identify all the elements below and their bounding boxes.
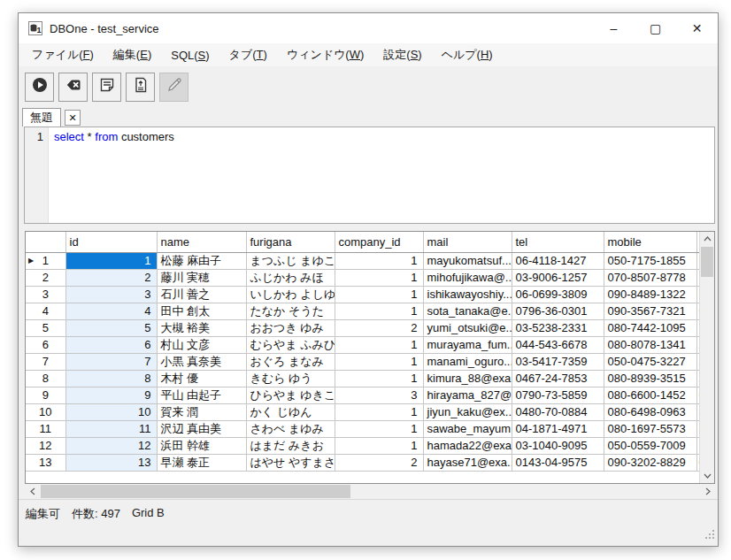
grid-cell[interactable]: 04-1871-4971 (512, 420, 604, 437)
run-button[interactable] (25, 73, 54, 102)
header-cell-furigana[interactable]: furigana (246, 232, 335, 252)
grid-cell[interactable]: 03-5417-7359 (512, 353, 604, 370)
grid-cell[interactable]: 沢辺 真由美 (157, 420, 246, 437)
grid-cell[interactable]: 小黒 真奈美 (157, 353, 246, 370)
grid-cell[interactable]: 大槻 裕美 (157, 319, 246, 336)
grid-cell[interactable]: 03-9006-1257 (512, 269, 604, 286)
grid-cell[interactable]: sota_tanaka@e... (423, 303, 512, 319)
row-header[interactable]: 4 (26, 303, 65, 319)
grid-cell[interactable]: 080-8939-3515 (604, 370, 696, 387)
grid-cell[interactable]: いしかわ よしゆき (246, 286, 335, 303)
grid-cell[interactable]: 田中 創太 (157, 303, 246, 319)
menu-item-4[interactable]: ウィンドウ(W) (277, 43, 373, 66)
note-button[interactable] (92, 73, 121, 102)
grid-cell[interactable]: ひらやま ゆきこ (246, 387, 335, 403)
close-button[interactable]: ✕ (676, 13, 718, 43)
grid-cell[interactable]: 03-5238-2331 (512, 319, 604, 336)
grid-cell[interactable]: 11 (65, 420, 157, 437)
grid-cell[interactable]: 6 (65, 336, 157, 353)
scroll-left-icon[interactable] (25, 484, 40, 499)
header-cell-mobile[interactable]: mobile (604, 232, 696, 252)
grid-cell[interactable]: かく じゆん (246, 403, 335, 420)
minimize-button[interactable]: – (593, 13, 635, 43)
header-cell-name[interactable]: name (157, 232, 246, 252)
grid-cell[interactable]: 080-6600-1452 (604, 387, 696, 403)
grid-cell[interactable]: 12 (65, 437, 157, 454)
grid-cell[interactable]: 1 (335, 303, 423, 319)
maximize-button[interactable]: ▢ (635, 13, 676, 43)
grid-cell[interactable]: ふじかわ みほ (246, 269, 335, 286)
grid-cell[interactable]: 1 (335, 437, 423, 454)
grid-cell[interactable]: 1 (335, 252, 423, 269)
grid-cell[interactable]: 1 (335, 286, 423, 303)
edit-button[interactable] (159, 73, 189, 102)
grid-cell[interactable]: 0796-36-0301 (512, 303, 604, 319)
grid-cell[interactable]: hirayama_827@... (423, 387, 512, 403)
row-header[interactable]: 12 (26, 437, 65, 454)
row-header[interactable]: 3 (26, 286, 65, 303)
grid-cell[interactable]: jiyun_kaku@ex... (423, 403, 512, 420)
grid-cell[interactable]: 8 (65, 370, 157, 387)
row-header[interactable]: 13 (26, 454, 65, 471)
grid-cell[interactable]: 1 (335, 420, 423, 437)
tab-close-button[interactable]: ✕ (65, 110, 81, 126)
grid-cell[interactable]: 1 (335, 370, 423, 387)
menu-item-6[interactable]: ヘルプ(H) (432, 43, 503, 66)
grid-cell[interactable]: murayama_fum... (423, 336, 512, 353)
grid-cell[interactable]: 0790-73-5859 (512, 387, 604, 403)
grid-cell[interactable]: 050-0559-7009 (604, 437, 696, 454)
grid-cell[interactable]: さわべ まゆみ (246, 420, 335, 437)
grid-cell[interactable]: 06-4118-1427 (512, 252, 604, 269)
grid-cell[interactable]: hayase71@exa... (423, 454, 512, 471)
grid-cell[interactable]: 13 (65, 454, 157, 471)
grid-cell[interactable]: 2 (335, 454, 423, 471)
grid-cell[interactable]: hamada22@exa... (423, 437, 512, 454)
grid-cell[interactable]: 松藤 麻由子 (157, 252, 246, 269)
grid-cell[interactable]: 5 (65, 319, 157, 336)
grid-cell[interactable]: 9 (65, 387, 157, 403)
grid-cell[interactable]: 早瀬 泰正 (157, 454, 246, 471)
horizontal-scrollbar[interactable] (25, 484, 715, 499)
sql-text[interactable]: select * from customers (49, 127, 714, 223)
horizontal-scroll-thumb[interactable] (41, 485, 350, 498)
grid-cell[interactable]: まつふじ まゆこ (246, 252, 335, 269)
grid-cell[interactable]: 2 (335, 319, 423, 336)
grid-cell[interactable]: 044-543-6678 (512, 336, 604, 353)
grid-cell[interactable]: 03-1040-9095 (512, 437, 604, 454)
header-cell-company_id[interactable]: company_id (335, 232, 423, 252)
vertical-scrollbar[interactable] (699, 232, 714, 483)
grid-cell[interactable]: mayukomatsuf... (423, 252, 512, 269)
menu-item-1[interactable]: 編集(E) (104, 43, 161, 66)
grid-cell[interactable]: たなか そうた (246, 303, 335, 319)
menu-item-0[interactable]: ファイル(F) (22, 43, 104, 66)
grid-cell[interactable]: 3 (65, 286, 157, 303)
row-header[interactable]: 2 (26, 269, 65, 286)
resize-grip-icon[interactable] (704, 527, 715, 543)
grid-cell[interactable]: 7 (65, 353, 157, 370)
header-cell-mail[interactable]: mail (423, 232, 512, 252)
grid-cell[interactable]: 木村 優 (157, 370, 246, 387)
grid-cell[interactable]: 2 (65, 269, 157, 286)
row-header[interactable]: 5 (26, 319, 65, 336)
grid-cell[interactable]: 0467-24-7853 (512, 370, 604, 387)
row-header[interactable]: 8 (26, 370, 65, 387)
header-cell-id[interactable]: id (65, 232, 157, 252)
stop-button[interactable] (58, 73, 88, 102)
grid-cell[interactable]: 1 (65, 252, 157, 269)
grid-cell[interactable]: ishikawayoshiy... (423, 286, 512, 303)
grid-cell[interactable]: 080-8078-1341 (604, 336, 696, 353)
grid-cell[interactable]: はまだ みきお (246, 437, 335, 454)
grid-cell[interactable]: 1 (335, 353, 423, 370)
grid-cell[interactable]: はやせ やすまさ (246, 454, 335, 471)
grid-cell[interactable]: yumi_otsuki@e... (423, 319, 512, 336)
grid-cell[interactable]: むらやま ふみひこ (246, 336, 335, 353)
grid-cell[interactable]: おおつき ゆみ (246, 319, 335, 336)
grid-cell[interactable]: 0143-04-9575 (512, 454, 604, 471)
header-cell-rowselector[interactable] (26, 232, 65, 252)
sql-editor[interactable]: 1 select * from customers (24, 127, 715, 224)
menu-item-5[interactable]: 設定(S) (373, 43, 431, 66)
row-header[interactable]: 10 (26, 403, 65, 420)
scroll-right-icon[interactable] (700, 484, 715, 499)
grid-cell[interactable]: mihofujikawa@... (423, 269, 512, 286)
menu-item-3[interactable]: タブ(T) (219, 43, 277, 66)
